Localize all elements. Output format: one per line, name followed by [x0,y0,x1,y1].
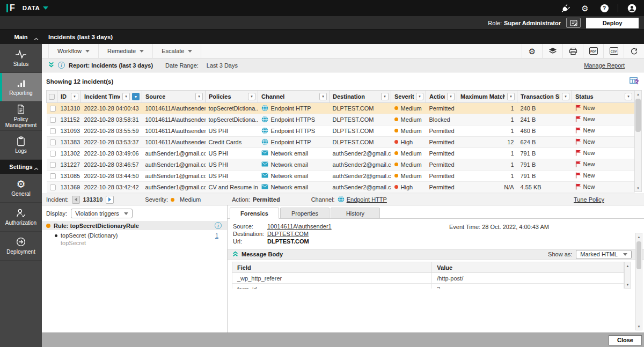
incident-row[interactable]: 1313692022-10-28 03:42:42authSender1@gma… [47,182,635,193]
gear-icon[interactable]: ⚙ [579,3,591,13]
table-settings-icon[interactable]: ⚙ [522,44,542,58]
rule-row[interactable]: Rule: topSecretDictionaryRule i [42,221,227,230]
layers-icon[interactable] [542,44,562,58]
cell-source: 10014611A\authsender1 [142,125,206,137]
export-csv-icon[interactable]: CSV [603,44,624,58]
sidebar-item-policy-management[interactable]: Policy Management [0,102,42,131]
column-menu-icon[interactable]: ▾ [248,93,255,100]
display-select[interactable]: Violation triggers [71,209,133,218]
column-menu-icon[interactable]: ▾ [122,93,130,100]
sidebar-item-status[interactable]: Status [0,44,42,73]
previous-incident-button[interactable] [72,196,80,204]
column-menu-icon[interactable]: ▾ [195,93,203,100]
cell-severity: Medium [391,148,426,159]
print-icon[interactable] [562,44,583,58]
column-menu-icon[interactable]: ▾ [416,93,423,100]
edit-columns-icon[interactable] [630,77,640,86]
incident-row[interactable]: 1310932022-10-28 03:55:5910014611A\auths… [47,125,635,137]
incident-row[interactable]: 1313022022-10-28 03:49:06authSender1@gma… [47,148,635,159]
tune-policy-link[interactable]: Tune Policy [574,196,604,203]
destination-link[interactable]: DLPTEST.COM [267,231,309,237]
export-pdf-icon[interactable]: PDF [583,44,603,58]
channel-link[interactable]: Endpoint HTTP [338,196,387,204]
remediate-menu[interactable]: Remediate [99,44,153,58]
product-switcher[interactable]: DATA [23,5,49,11]
trigger-row[interactable]: topSecret (Dictionary) 1 [42,230,227,239]
scrollbar-thumb[interactable] [635,99,641,132]
cell-channel: Network email [258,182,330,193]
incident-row[interactable]: 1311522022-10-28 03:58:3110014611A\auths… [47,114,635,125]
tab-properties[interactable]: Properties [280,208,330,219]
sidebar-item-authorization[interactable]: Authorization [0,203,42,232]
row-checkbox[interactable] [50,128,56,134]
column-menu-icon[interactable]: ▾ [625,93,632,100]
close-button[interactable]: Close [609,335,642,345]
column-menu-icon[interactable]: ▾ [319,93,327,100]
sidebar-item-reporting[interactable]: Reporting [0,73,42,102]
tab-forensics[interactable]: Forensics [230,208,279,219]
incident-row[interactable]: 1310852022-10-28 03:44:50authSender1@gma… [47,171,635,182]
sidebar-section-settings[interactable]: Settings [0,160,42,174]
sidebar-item-logs[interactable]: Logs [0,131,42,160]
cell-policies: Credit Cards [206,137,258,148]
incident-row[interactable]: 1313102022-10-28 04:00:4310014611A\auths… [47,103,635,114]
cell-maximum-matches: 1 [457,125,517,137]
plug-icon[interactable] [560,3,572,13]
message-body-scrollbar[interactable]: ▲ ▼ [624,262,631,289]
deploy-button[interactable]: Deploy [586,18,639,28]
row-checkbox[interactable] [50,117,56,123]
column-menu-icon[interactable]: ▾ [562,93,569,100]
user-icon[interactable] [626,3,638,13]
row-checkbox[interactable] [50,151,56,157]
row-checkbox[interactable] [50,162,56,168]
info-icon[interactable]: i [58,62,65,69]
sidebar-item-general[interactable]: ⚙General [0,174,42,203]
help-icon[interactable]: ? [598,3,610,13]
email-icon [261,184,268,190]
collapse-report-icon[interactable] [48,62,54,69]
pulse-icon [15,49,27,60]
column-menu-icon[interactable]: ▾ [381,93,389,100]
top-bar: F DATA ⚙ ? [0,0,644,16]
scroll-up-icon[interactable]: ▲ [635,91,641,98]
grid-scrollbar[interactable]: ▲ ▼ [634,90,642,192]
scroll-up-icon[interactable]: ▲ [625,262,631,269]
incident-row[interactable]: 1312272022-10-28 03:46:57authSender1@gma… [47,159,635,171]
cell-id: 131369 [57,182,81,193]
row-checkbox[interactable] [50,139,56,145]
row-checkbox[interactable] [50,106,56,112]
cell-action: Permitted [426,103,457,114]
manage-report-link[interactable]: Manage Report [584,62,625,69]
deployment-notes-icon[interactable] [566,18,581,28]
row-checkbox[interactable] [50,184,56,190]
collapse-section-icon[interactable] [232,251,238,258]
tab-history[interactable]: History [331,208,380,219]
escalate-menu[interactable]: Escalate [153,44,201,58]
row-checkbox[interactable] [50,173,56,179]
forensics-scrollbar[interactable]: ▲ ▼ [635,233,642,330]
sidebar-section-main[interactable]: Main [0,30,42,44]
severity-dot [394,129,398,132]
field-row: _wp_http_referer/http-post/ [232,273,624,284]
trigger-count-link[interactable]: 1 [215,232,218,239]
select-all-checkbox[interactable] [49,94,55,100]
scroll-up-icon[interactable]: ▲ [636,233,642,240]
refresh-icon[interactable] [624,44,644,58]
info-icon[interactable]: i [215,222,222,229]
incident-row[interactable]: 1313832022-10-28 03:53:3710014611A\auths… [47,137,635,148]
report-title: Report: Incidents (last 3 days) [69,62,153,69]
scrollbar-thumb[interactable] [636,241,641,269]
column-menu-icon[interactable]: ▾ [447,93,455,100]
column-menu-icon[interactable]: ▾ [71,93,78,100]
sort-indicator-icon[interactable]: ▼ [132,93,140,100]
scroll-down-icon[interactable]: ▼ [636,323,642,330]
scroll-down-icon[interactable]: ▼ [635,184,641,191]
source-link[interactable]: 10014611A\authsender1 [267,223,332,230]
column-menu-icon[interactable]: ▾ [507,93,515,100]
scroll-down-icon[interactable]: ▼ [625,281,631,288]
show-as-select[interactable]: Marked HTML [576,250,632,259]
next-incident-button[interactable] [106,196,114,204]
sidebar-item-deployment[interactable]: Deployment [0,232,42,261]
cell-channel: Endpoint HTTP [258,103,330,114]
workflow-menu[interactable]: Workflow [48,44,99,58]
